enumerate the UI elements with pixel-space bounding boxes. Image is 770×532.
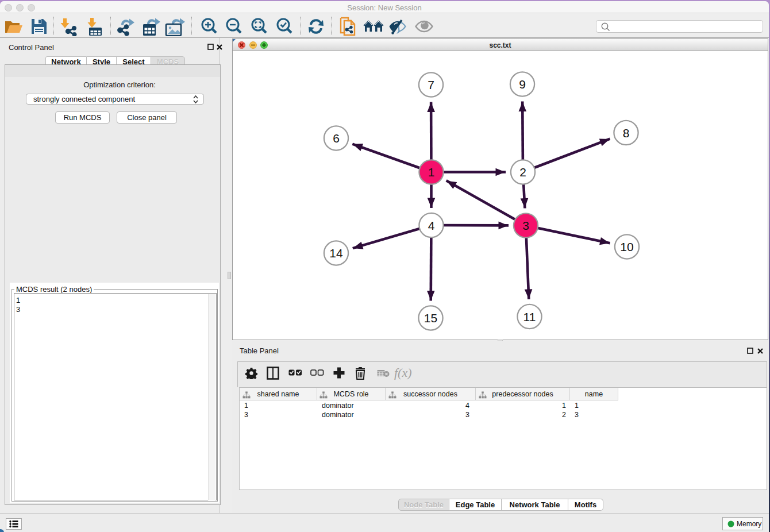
svg-text:14: 14 (329, 246, 343, 260)
svg-text:6: 6 (333, 132, 340, 145)
svg-text:1: 1 (428, 165, 435, 179)
svg-text:9: 9 (519, 78, 526, 91)
svg-text:11: 11 (523, 310, 536, 323)
svg-text:15: 15 (424, 311, 437, 325)
svg-text:3: 3 (522, 219, 529, 232)
svg-text:7: 7 (428, 78, 434, 91)
svg-text:8: 8 (623, 126, 630, 140)
svg-text:4: 4 (428, 219, 435, 232)
svg-text:10: 10 (620, 240, 633, 253)
svg-text:2: 2 (519, 165, 526, 179)
